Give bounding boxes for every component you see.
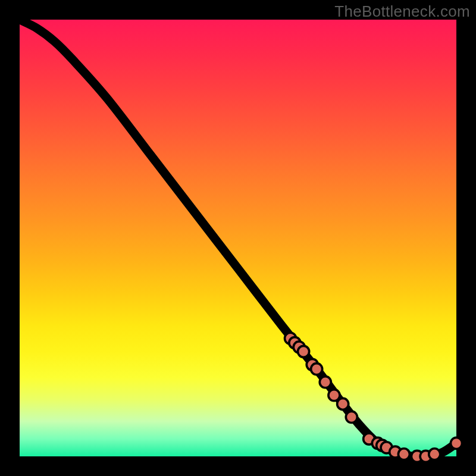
marker-group [285, 333, 462, 462]
data-marker [429, 449, 440, 460]
chart-frame: TheBottleneck.com [0, 0, 476, 476]
curve-svg [20, 20, 456, 456]
data-marker [398, 449, 409, 460]
plot-area [20, 20, 456, 456]
data-marker [337, 398, 349, 409]
data-marker [298, 346, 309, 357]
data-marker [311, 364, 322, 375]
data-marker [346, 411, 357, 422]
watermark-label: TheBottleneck.com [334, 2, 470, 21]
data-marker [450, 437, 462, 449]
bottleneck-curve [20, 20, 456, 457]
data-marker [320, 377, 331, 388]
